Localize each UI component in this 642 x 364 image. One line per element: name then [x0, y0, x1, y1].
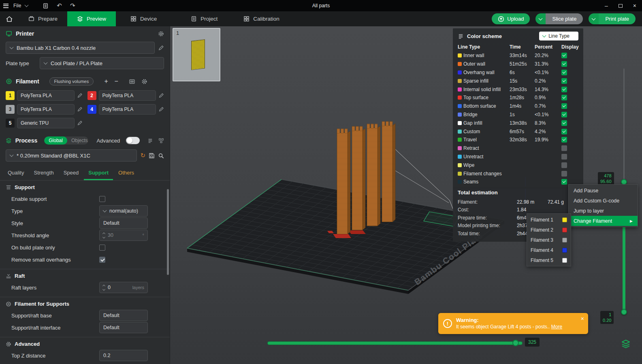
param-list-icon[interactable] — [147, 138, 153, 144]
sidebar-scrollbar[interactable] — [167, 189, 169, 275]
plate-type-dropdown[interactable]: Cool Plate / PLA Plate — [40, 57, 164, 69]
process-global-tab[interactable]: Global — [44, 136, 67, 145]
filament-settings-gear-icon[interactable] — [141, 79, 147, 85]
submenu-filament-item[interactable]: Filament 5 — [527, 255, 571, 265]
submenu-filament-item[interactable]: Filament 3 — [527, 235, 571, 245]
display-checkbox[interactable] — [561, 145, 567, 151]
tab-quality[interactable]: Quality — [3, 168, 28, 180]
filament-name[interactable]: Generic TPU — [17, 118, 75, 128]
display-checkbox[interactable] — [561, 137, 567, 143]
display-checkbox[interactable] — [561, 70, 567, 75]
print-plate-button[interactable]: Print plate — [589, 13, 636, 24]
tab-preview[interactable]: Preview — [67, 11, 116, 26]
minimize-button[interactable]: – — [605, 2, 608, 9]
edit-printer-icon[interactable] — [158, 45, 164, 51]
filament-name[interactable]: PolyTerra PLA — [99, 90, 156, 101]
filament-slot[interactable]: 3 PolyTerra PLA — [6, 104, 83, 115]
submenu-filament-item[interactable]: Filament 2 — [527, 225, 571, 235]
warning-close-icon[interactable]: × — [581, 315, 584, 322]
flushing-volumes-button[interactable]: Flushing volumes — [49, 77, 94, 85]
layers-view-button[interactable] — [621, 339, 631, 349]
menu-item-add-pause[interactable]: Add Pause — [569, 185, 638, 196]
top-z-distance-field[interactable]: 0.2 — [99, 350, 148, 361]
display-checkbox[interactable] — [561, 171, 567, 177]
tab-prepare[interactable]: Prepare — [19, 11, 67, 26]
tab-others[interactable]: Others — [114, 168, 139, 180]
raft-layers-spinner[interactable]: 0layers — [99, 282, 148, 293]
ams-icon[interactable] — [129, 78, 135, 85]
search-params-icon[interactable] — [158, 153, 164, 159]
process-objects-tab[interactable]: Objects — [67, 136, 88, 145]
display-checkbox[interactable] — [561, 112, 567, 117]
print-options-chevron-icon[interactable] — [589, 13, 599, 24]
printer-settings-gear-icon[interactable] — [158, 31, 164, 37]
advanced-toggle[interactable] — [126, 137, 140, 144]
display-checkbox[interactable] — [561, 103, 567, 109]
warning-more-link[interactable]: More — [551, 324, 562, 330]
process-preset-dropdown[interactable]: * 0.20mm Standard @BBL X1C — [6, 149, 137, 162]
maximize-button[interactable] — [619, 4, 623, 8]
filament-color-badge[interactable]: 1 — [6, 91, 15, 100]
view-mode-dropdown[interactable]: Line Type — [539, 32, 578, 40]
on-build-plate-only-checkbox[interactable] — [99, 245, 105, 251]
plate-thumbnail[interactable]: 1 — [173, 28, 220, 81]
display-checkbox[interactable] — [561, 95, 567, 100]
filament-slot[interactable]: 4 PolyTerra PLA — [87, 104, 164, 115]
display-checkbox[interactable] — [561, 53, 567, 58]
tab-calibration[interactable]: Calibration — [234, 11, 289, 26]
edit-filament-icon[interactable] — [77, 120, 83, 126]
submenu-filament-item[interactable]: Filament 1 — [527, 215, 571, 225]
tab-strength[interactable]: Strength — [29, 168, 58, 180]
menu-item-jump-to-layer[interactable]: Jump to layer — [569, 206, 638, 216]
object-tree-icon[interactable] — [158, 138, 164, 144]
display-checkbox[interactable] — [561, 154, 567, 160]
filament-color-badge[interactable]: 4 — [87, 105, 96, 114]
filament-slot[interactable]: 1 PolyTerra PLA — [6, 90, 83, 101]
file-menu[interactable]: File — [13, 3, 21, 9]
display-checkbox[interactable] — [561, 61, 567, 67]
filament-slot[interactable]: 5 Generic TPU — [6, 118, 83, 128]
undo-icon[interactable]: ↶ — [57, 2, 62, 9]
tab-speed[interactable]: Speed — [59, 168, 83, 180]
edit-filament-icon[interactable] — [158, 106, 164, 112]
filament-slot[interactable]: 2 PolyTerra PLA — [87, 90, 164, 101]
support-raft-interface-dropdown[interactable]: Default — [99, 322, 148, 333]
export-icon[interactable] — [43, 3, 49, 9]
home-button[interactable] — [0, 11, 19, 26]
filament-name[interactable]: PolyTerra PLA — [17, 104, 75, 115]
display-checkbox[interactable] — [561, 162, 567, 168]
display-checkbox[interactable] — [561, 78, 567, 84]
display-checkbox[interactable] — [561, 179, 567, 185]
layer-slider-bottom-handle[interactable] — [621, 309, 627, 315]
file-menu-chevron-icon[interactable] — [25, 3, 29, 7]
filament-color-badge[interactable]: 3 — [6, 105, 15, 114]
tab-project[interactable]: Project — [181, 11, 227, 26]
move-slider-track[interactable] — [267, 341, 523, 345]
display-checkbox[interactable] — [561, 87, 567, 92]
edit-filament-icon[interactable] — [77, 93, 83, 98]
redo-icon[interactable]: ↷ — [70, 2, 75, 9]
edit-filament-icon[interactable] — [158, 93, 164, 98]
move-slider-handle[interactable] — [512, 340, 519, 346]
save-preset-icon[interactable] — [149, 153, 155, 159]
tab-support[interactable]: Support — [84, 168, 113, 180]
upload-button[interactable]: Upload — [492, 13, 530, 24]
display-checkbox[interactable] — [561, 120, 567, 126]
enable-support-checkbox[interactable] — [99, 196, 105, 202]
remove-filament-button[interactable]: − — [113, 78, 119, 85]
add-filament-button[interactable]: + — [103, 78, 109, 85]
reset-preset-icon[interactable]: ↻ — [140, 152, 145, 159]
menu-item-add-custom-gcode[interactable]: Add Custom G-code — [569, 196, 638, 206]
menu-item-change-filament[interactable]: Change Filament▶ — [569, 216, 638, 226]
display-checkbox[interactable] — [561, 129, 567, 134]
support-raft-base-dropdown[interactable]: Default — [99, 310, 148, 321]
printer-preset-dropdown[interactable]: Bambu Lab X1 Carbon 0.4 nozzle — [6, 42, 155, 54]
edit-filament-icon[interactable] — [77, 106, 83, 112]
slice-options-chevron-icon[interactable] — [535, 13, 546, 24]
remove-small-overhangs-checkbox[interactable] — [99, 257, 105, 263]
filament-color-badge[interactable]: 2 — [87, 91, 96, 100]
close-button[interactable]: × — [633, 2, 636, 9]
support-style-dropdown[interactable]: Default — [99, 217, 148, 229]
layer-slider-track[interactable] — [623, 68, 625, 183]
support-type-dropdown[interactable]: normal(auto) — [99, 205, 148, 217]
